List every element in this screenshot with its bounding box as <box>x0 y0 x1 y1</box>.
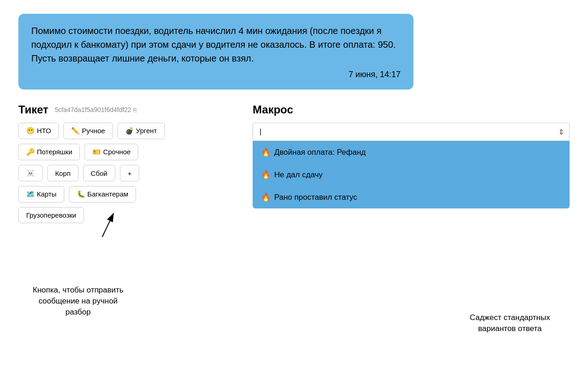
ticket-btn-add[interactable]: + <box>120 165 140 181</box>
ticket-btn-cargo[interactable]: Грузоперевозки <box>18 207 84 223</box>
macro-suggestion-double-payment[interactable]: 🔥 Двойная оплата: Рефанд <box>253 141 570 163</box>
ticket-btn-maps[interactable]: 🗺️ Карты <box>18 186 64 202</box>
macro-suggestion-no-change[interactable]: 🔥 Не дал сдачу <box>253 163 570 186</box>
message-bubble: Помимо стоимости поездки, водитель начис… <box>18 14 413 90</box>
macro-section: Макрос ⇕ 🔥 Двойная оплата: Рефанд 🔥 Не д… <box>253 103 570 208</box>
ticket-row-4: 🗺️ Карты 🐛 Багкантерам <box>18 186 234 202</box>
ticket-row-2: 🔑 Потеряшки 🎫 Срочное <box>18 144 234 160</box>
ticket-btn-fault[interactable]: Сбой <box>83 165 115 181</box>
ticket-row-5: Грузоперевозки <box>18 207 234 223</box>
ticket-btn-skull[interactable]: ☠️ <box>18 165 43 181</box>
ticket-row-3: ☠️ Корп Сбой + <box>18 165 234 181</box>
ticket-row-1: 😬 НТО ✏️ Ручное 💣 Ургент <box>18 123 234 139</box>
ticket-buttons: 😬 НТО ✏️ Ручное 💣 Ургент 🔑 Потеряшки 🎫 С… <box>18 123 234 223</box>
ticket-section: Тикет 5cfa47da1f5a901f6d4fdf22 ⎘ 😬 НТО ✏… <box>18 103 234 223</box>
ticket-btn-nto[interactable]: 😬 НТО <box>18 123 59 139</box>
ticket-btn-urgent[interactable]: 💣 Ургент <box>118 123 165 139</box>
ticket-header: Тикет 5cfa47da1f5a901f6d4fdf22 ⎘ <box>18 103 234 116</box>
macro-title: Макрос <box>253 103 570 116</box>
manual-button-annotation: Кнопка, чтобы отправить сообщение на руч… <box>28 285 129 317</box>
content-row: Тикет 5cfa47da1f5a901f6d4fdf22 ⎘ 😬 НТО ✏… <box>18 103 570 223</box>
ticket-btn-urgent2[interactable]: 🎫 Срочное <box>85 144 138 160</box>
macro-suggestions: 🔥 Двойная оплата: Рефанд 🔥 Не дал сдачу … <box>253 141 570 208</box>
message-time: 7 июня, 14:17 <box>31 70 401 79</box>
copy-icon[interactable]: ⎘ <box>133 107 137 113</box>
macro-suggestion-early-status[interactable]: 🔥 Рано проставил статус <box>253 186 570 208</box>
ticket-btn-bug[interactable]: 🐛 Багкантерам <box>69 186 136 202</box>
macro-input[interactable] <box>253 123 570 141</box>
ticket-btn-manual[interactable]: ✏️ Ручное <box>63 123 113 139</box>
ticket-title: Тикет <box>18 103 48 116</box>
suggestion-annotation: Саджест стандартных вариантов ответа <box>459 312 560 334</box>
ticket-btn-lost[interactable]: 🔑 Потеряшки <box>18 144 80 160</box>
message-text: Помимо стоимости поездки, водитель начис… <box>31 24 401 65</box>
ticket-id: 5cfa47da1f5a901f6d4fdf22 ⎘ <box>55 106 137 113</box>
macro-input-wrapper: ⇕ <box>253 123 570 141</box>
ticket-btn-corp[interactable]: Корп <box>47 165 79 181</box>
